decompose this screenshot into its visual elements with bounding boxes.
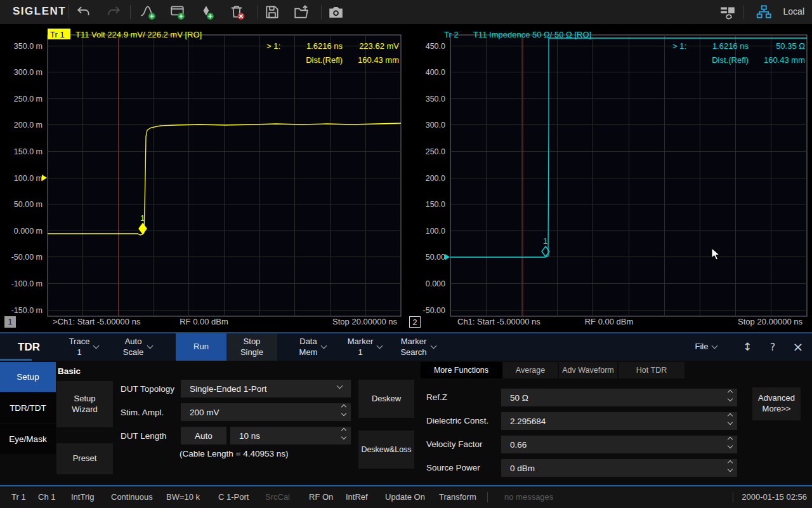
spinner-arrows[interactable] — [342, 405, 346, 415]
y-tick-label: -150.0 m — [11, 306, 43, 315]
y-tick-label: 200.0 — [426, 174, 445, 183]
marker-dist-value: 160.43 mm — [764, 55, 805, 65]
svg-text:Tr 1: Tr 1 — [50, 30, 65, 39]
menu-file[interactable]: File — [686, 333, 726, 361]
dut-length-stepper[interactable]: 10 ns — [230, 427, 351, 444]
dut-length-label: DUT Length — [121, 431, 167, 441]
top-toolbar: SIGLENT — [0, 0, 812, 24]
ref-level-arrow — [42, 175, 47, 181]
redo-icon[interactable] — [105, 4, 122, 20]
marker-readout-value: 223.62 mV — [359, 41, 399, 51]
help-icon[interactable]: ? — [763, 333, 782, 361]
network-icon[interactable] — [755, 4, 773, 20]
divider — [733, 492, 733, 502]
right-chart-footer: 2 Ch1: Start -5.00000 ns RF 0.00 dBm Sto… — [408, 316, 810, 329]
advanced-more-button[interactable]: Advanced More>> — [752, 387, 801, 420]
dut-topology-select[interactable]: Single-Ended 1-Port — [181, 380, 351, 398]
menu-marker[interactable]: Marker 1 — [341, 333, 388, 361]
save-icon[interactable] — [263, 4, 281, 20]
menu-title-tdr: TDR — [18, 333, 40, 361]
screenshot-icon[interactable] — [327, 4, 344, 20]
divider — [487, 492, 488, 502]
open-icon[interactable] — [292, 4, 310, 20]
right-stop-readout: Stop 20.00000 ns — [738, 317, 802, 326]
divider — [258, 5, 258, 19]
deskew-button[interactable]: Deskew — [358, 380, 414, 418]
y-tick-label: 0.000 m — [14, 227, 43, 236]
source-power-stepper[interactable]: 0 dBm — [501, 459, 737, 477]
dut-topology-label: DUT Topology — [121, 384, 174, 394]
local-status[interactable]: Local — [783, 6, 804, 17]
undo-icon[interactable] — [75, 4, 93, 20]
basic-section-title: Basic — [58, 366, 81, 376]
velocity-factor-stepper[interactable]: 0.66 — [501, 436, 737, 453]
ref-z-stepper[interactable]: 50 Ω — [501, 389, 737, 406]
y-tick-label: 350.0 m — [14, 42, 43, 51]
setup-wizard-button[interactable]: Setup Wizard — [56, 381, 113, 427]
spinner-arrows[interactable] — [728, 414, 732, 424]
chevron-down-icon — [430, 343, 436, 349]
trace-badge: Tr 2 — [444, 30, 459, 39]
chevron-down-icon — [337, 383, 343, 389]
tab-adv-waveform[interactable]: Adv Waveform — [559, 362, 617, 378]
status-inttrig: IntTrig — [71, 492, 94, 502]
ref-level-arrow — [445, 254, 450, 260]
left-chart[interactable]: 350.0 m300.0 m250.0 m200.0 m150.0 m100.0… — [3, 25, 405, 332]
marker-1-number: 1 — [140, 213, 145, 223]
source-power-label: Source Power — [426, 463, 480, 472]
menu-auto-scale[interactable]: Auto Scale — [113, 333, 162, 361]
add-marker-icon[interactable] — [198, 4, 216, 20]
deskew-loss-button[interactable]: Deskew&Loss — [358, 431, 414, 469]
right-chart[interactable]: 450.0400.0350.0300.0250.0200.0150.0100.0… — [408, 25, 810, 332]
delete-icon[interactable] — [228, 4, 246, 20]
menu-run[interactable]: Run — [176, 333, 226, 361]
marker-dist-label: Dist.(Refl) — [712, 55, 749, 65]
marker-readout-id: > 1: — [672, 41, 686, 51]
status-datetime: 2000-01-15 02:56 — [742, 492, 807, 502]
stim-ampl-stepper[interactable]: 200 mV — [181, 403, 351, 421]
divider — [321, 5, 322, 19]
velocity-factor-label: Velocity Factor — [426, 439, 483, 449]
dielectric-const-stepper[interactable]: 2.295684 — [501, 412, 737, 430]
chevron-down-icon — [93, 343, 100, 349]
divider — [130, 5, 131, 19]
resize-icon[interactable]: ↕ — [738, 333, 757, 361]
y-tick-label: -50.00 — [423, 306, 445, 315]
sidebar-tab-tdr-tdt[interactable]: TDR/TDT — [0, 393, 56, 423]
y-tick-label: 50.00 m — [14, 200, 43, 209]
spinner-arrows[interactable] — [342, 429, 346, 439]
add-trace-icon[interactable] — [140, 4, 157, 20]
spinner-arrows[interactable] — [728, 461, 732, 471]
trace-title: T11 Impedence 50 Ω/ 50 Ω [RO] — [473, 30, 591, 39]
tab-more-functions[interactable]: More Functions — [421, 362, 502, 378]
menu-trace[interactable]: Trace 1 — [61, 333, 107, 361]
status-tr-1: Tr 1 — [11, 492, 26, 502]
dielectric-const-label: Dielectric Const. — [426, 416, 488, 425]
cable-length-note: (Cable Length = 4.40953 ns) — [180, 449, 289, 458]
close-icon[interactable]: × — [789, 333, 808, 361]
tab-average[interactable]: Average — [503, 362, 558, 378]
marker-dist-value: 160.43 mm — [358, 55, 399, 65]
y-tick-label: -50.00 m — [11, 253, 43, 262]
divider — [743, 5, 744, 19]
y-tick-label: 50.00 — [426, 253, 445, 262]
menu-marker-search[interactable]: Marker Search — [391, 333, 445, 361]
spinner-arrows[interactable] — [728, 391, 732, 401]
menu-data-mem[interactable]: Data Mem — [289, 333, 337, 361]
marker-1-number: 1 — [543, 236, 547, 246]
status-srccal: SrcCal — [265, 492, 290, 502]
dut-length-auto-button[interactable]: Auto — [181, 427, 226, 444]
preset-button[interactable]: Preset — [56, 443, 113, 474]
sidebar-tab-eye-mask[interactable]: Eye/Mask — [0, 424, 56, 454]
ref-z-label: Ref.Z — [426, 392, 447, 402]
window-layout-icon[interactable] — [719, 4, 737, 20]
add-window-icon[interactable] — [169, 4, 187, 20]
tab-hot-tdr[interactable]: Hot TDR — [619, 362, 684, 378]
sidebar-tab-setup[interactable]: Setup — [0, 362, 56, 392]
y-tick-label: 100.0 m — [14, 174, 43, 183]
menu-stop-single[interactable]: Stop Single — [226, 333, 277, 361]
spinner-arrows[interactable] — [728, 438, 732, 448]
siglent-logo: SIGLENT — [13, 5, 66, 18]
chevron-down-icon — [377, 343, 383, 349]
y-tick-label: 450.0 — [426, 42, 445, 51]
